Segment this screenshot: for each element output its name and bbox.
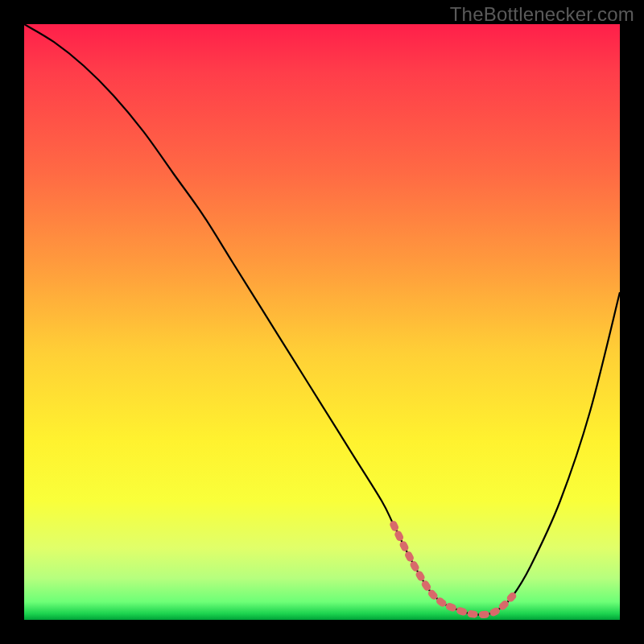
plot-area xyxy=(24,24,620,620)
curve-layer xyxy=(24,24,620,620)
watermark-text: TheBottlenecker.com xyxy=(450,3,634,26)
chart-frame: TheBottlenecker.com xyxy=(0,0,644,644)
highlight-segment xyxy=(394,525,513,615)
bottleneck-curve xyxy=(24,24,620,615)
